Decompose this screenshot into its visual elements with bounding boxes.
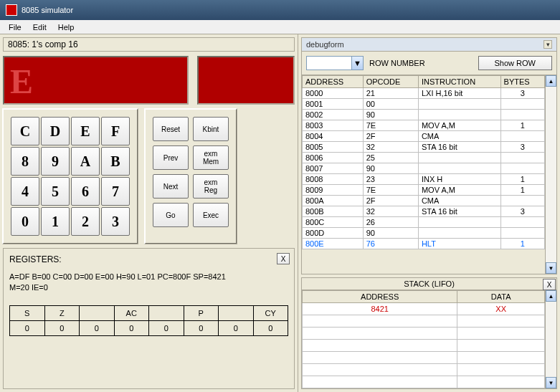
stack-addr — [303, 376, 457, 388]
debug-col-header[interactable]: ADDRESS — [303, 76, 364, 88]
key-5[interactable]: 5 — [41, 177, 70, 206]
stack-close-button[interactable]: X — [543, 279, 556, 290]
stack-data: XX — [457, 303, 545, 315]
debug-row[interactable]: 800C26 — [303, 217, 545, 228]
debug-cell: CMA — [418, 131, 500, 142]
stack-row[interactable] — [303, 315, 545, 328]
registers-close-button[interactable]: X — [277, 253, 290, 264]
debug-col-header[interactable]: BYTES — [500, 76, 544, 88]
debug-row[interactable]: 800D90 — [303, 228, 545, 239]
stack-scrollbar[interactable]: ▲ ▼ — [545, 290, 556, 388]
stack-col-header[interactable]: ADDRESS — [303, 291, 457, 303]
debug-cell: 3 — [500, 206, 544, 217]
scroll-up-icon[interactable]: ▲ — [546, 75, 556, 87]
flag-header — [80, 305, 115, 320]
exm-mem-button[interactable]: exm Mem — [193, 145, 229, 170]
debug-row[interactable]: 80037EMOV A,M1 — [303, 120, 545, 131]
key-B[interactable]: B — [101, 147, 130, 176]
menu-file[interactable]: File — [3, 21, 27, 33]
key-9[interactable]: 9 — [41, 147, 70, 176]
key-1[interactable]: 1 — [41, 207, 70, 236]
menu-edit[interactable]: Edit — [27, 21, 52, 33]
key-C[interactable]: C — [11, 117, 39, 145]
reset-button[interactable]: Reset — [153, 117, 189, 141]
debug-row[interactable]: 800E76HLT1 — [303, 239, 545, 249]
stack-row[interactable] — [303, 340, 545, 352]
key-0[interactable]: 0 — [11, 207, 39, 236]
debug-cell: 00 — [363, 99, 418, 110]
debug-cell: 8002 — [303, 110, 364, 120]
stack-row[interactable] — [303, 328, 545, 340]
debug-cell: 8008 — [303, 174, 364, 185]
go-button[interactable]: Go — [153, 203, 189, 227]
debug-cell: 7E — [363, 185, 418, 196]
key-3[interactable]: 3 — [101, 207, 130, 236]
key-7[interactable]: 7 — [101, 177, 130, 206]
debug-cell: HLT — [418, 239, 500, 249]
debug-scrollbar[interactable]: ▲ ▼ — [545, 75, 556, 274]
debug-row[interactable]: 800532STA 16 bit3 — [303, 142, 545, 153]
flag-header — [149, 305, 184, 320]
reg-line2: M=20 IE=0 — [9, 282, 288, 293]
flag-value: 0 — [80, 320, 115, 335]
next-button[interactable]: Next — [153, 174, 189, 199]
menu-help[interactable]: Help — [52, 21, 80, 33]
debug-row[interactable]: 800625 — [303, 153, 545, 163]
scroll-down-icon[interactable]: ▼ — [546, 377, 556, 388]
debug-row[interactable]: 80097EMOV A,M1 — [303, 185, 545, 196]
key-A[interactable]: A — [71, 147, 100, 176]
debug-table-wrap: ADDRESSOPCODEINSTRUCTIONBYTES 800021LXI … — [301, 75, 557, 274]
window-title: 8085 simulator — [22, 6, 73, 14]
debug-cell: 32 — [363, 142, 418, 153]
debug-cell — [418, 217, 500, 228]
key-F[interactable]: F — [101, 117, 130, 145]
reg-line1: A=DF B=00 C=00 D=00 E=00 H=90 L=01 PC=80… — [9, 272, 288, 282]
key-4[interactable]: 4 — [11, 177, 39, 206]
debug-titlebar: debugform ▾ — [301, 37, 557, 52]
debug-col-header[interactable]: OPCODE — [363, 76, 418, 88]
debug-cell: 3 — [500, 142, 544, 153]
scroll-up-icon[interactable]: ▲ — [546, 290, 556, 302]
row-number-combo[interactable]: ▼ — [306, 56, 364, 70]
stack-table[interactable]: ADDRESSDATA 8421XX — [302, 290, 545, 388]
dropdown-arrow-icon[interactable]: ▼ — [351, 57, 363, 70]
debug-cell: 90 — [363, 163, 418, 174]
debug-cell — [500, 228, 544, 239]
debug-row[interactable]: 800B32STA 16 bit3 — [303, 206, 545, 217]
debug-row[interactable]: 800790 — [303, 163, 545, 174]
exm-reg-button[interactable]: exm Reg — [193, 174, 229, 199]
key-2[interactable]: 2 — [71, 207, 100, 236]
debug-cell: 800B — [303, 206, 364, 217]
key-E[interactable]: E — [71, 117, 100, 145]
debug-row[interactable]: 800100 — [303, 99, 545, 110]
flag-value: 0 — [149, 320, 184, 335]
key-D[interactable]: D — [41, 117, 70, 145]
stack-addr — [303, 315, 457, 328]
stack-row[interactable] — [303, 352, 545, 364]
debug-cell — [500, 217, 544, 228]
debug-dock-icon[interactable]: ▾ — [544, 40, 552, 49]
kbint-button[interactable]: Kbint — [193, 117, 229, 141]
stack-row[interactable] — [303, 376, 545, 388]
debug-row[interactable]: 800823INX H1 — [303, 174, 545, 185]
debug-cell: 8005 — [303, 142, 364, 153]
stack-row[interactable] — [303, 364, 545, 376]
debug-row[interactable]: 800021LXI H,16 bit3 — [303, 88, 545, 99]
prev-button[interactable]: Prev — [153, 145, 189, 170]
debug-row[interactable]: 800290 — [303, 110, 545, 120]
stack-col-header[interactable]: DATA — [457, 291, 545, 303]
flag-value: 0 — [44, 320, 80, 335]
debug-cell — [418, 110, 500, 120]
stack-row[interactable]: 8421XX — [303, 303, 545, 315]
debug-row[interactable]: 80042FCMA — [303, 131, 545, 142]
debug-row[interactable]: 800A2FCMA — [303, 196, 545, 206]
show-row-button[interactable]: Show ROW — [478, 56, 552, 70]
key-8[interactable]: 8 — [11, 147, 39, 176]
scroll-down-icon[interactable]: ▼ — [546, 262, 556, 274]
key-6[interactable]: 6 — [71, 177, 100, 206]
debug-table[interactable]: ADDRESSOPCODEINSTRUCTIONBYTES 800021LXI … — [302, 75, 545, 249]
exec-button[interactable]: Exec — [193, 203, 229, 227]
debug-col-header[interactable]: INSTRUCTION — [418, 76, 500, 88]
registers-panel: X REGISTERS: A=DF B=00 C=00 D=00 E=00 H=… — [3, 248, 295, 389]
flag-value: 0 — [219, 320, 254, 335]
